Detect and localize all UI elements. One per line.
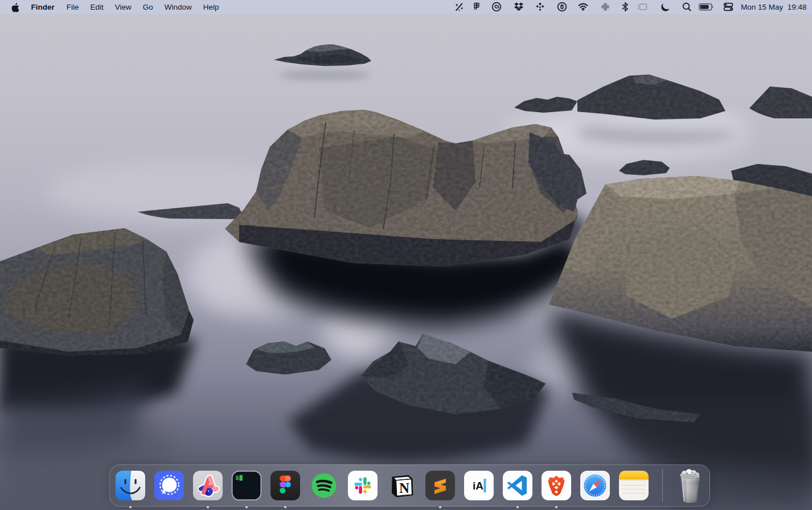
svg-text:$: $ <box>236 475 239 482</box>
svg-text:N: N <box>399 480 409 496</box>
svg-text:iA: iA <box>473 480 483 492</box>
